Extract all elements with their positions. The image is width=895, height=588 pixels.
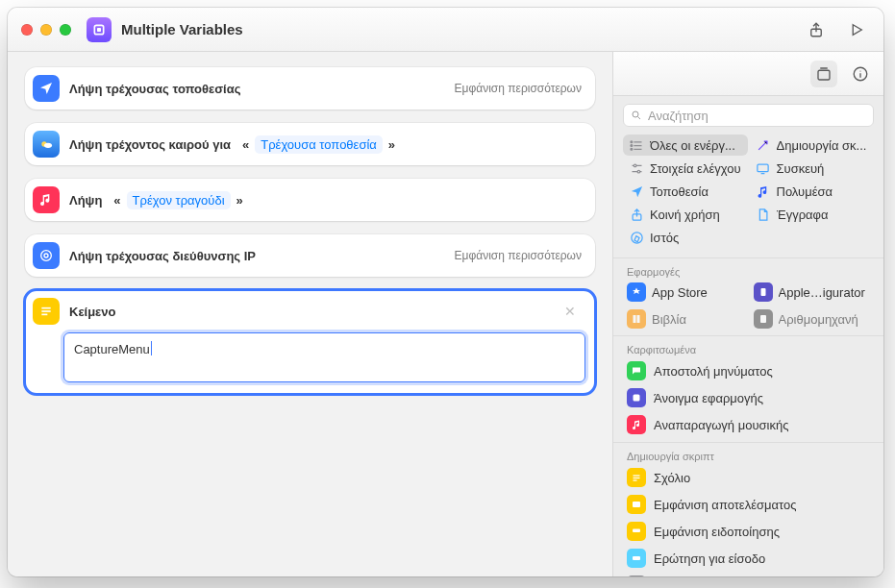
category-sharing[interactable]: Κοινή χρήση	[623, 204, 748, 225]
category-media[interactable]: Πολυμέσα	[750, 181, 875, 202]
show-notification-icon	[627, 522, 646, 541]
action-get-current-song[interactable]: Λήψη « Τρέχον τραγούδι »	[25, 179, 595, 221]
list-item[interactable]: Αναπαραγωγή μουσικής	[613, 411, 883, 438]
list-item[interactable]: Αποστολή μηνύματος	[613, 357, 883, 384]
app-item[interactable]: Βιβλία	[623, 306, 748, 331]
show-more-button[interactable]: Εμφάνιση περισσότερων	[455, 249, 582, 262]
minimize-window-button[interactable]	[40, 24, 52, 36]
app-item[interactable]: App Store	[623, 280, 748, 305]
svg-line-16	[638, 117, 641, 120]
svg-rect-33	[634, 395, 640, 402]
category-controls[interactable]: Στοιχεία ελέγχου	[623, 158, 748, 179]
comment-icon	[627, 468, 646, 487]
configurator-icon	[754, 282, 773, 302]
svg-point-22	[630, 148, 632, 150]
info-button[interactable]	[847, 61, 874, 87]
category-grid: Όλες οι ενέργ... Δημιουργία σκ... Στοιχε…	[613, 135, 883, 254]
action-title: Λήψη τρέχουσας τοποθεσίας	[69, 82, 240, 96]
ask-for-input-icon	[627, 549, 646, 568]
category-documents[interactable]: Έγγραφα	[750, 204, 875, 225]
svg-point-15	[633, 111, 638, 117]
weather-icon	[33, 131, 60, 158]
search-placeholder: Αναζήτηση	[648, 109, 709, 123]
show-more-button[interactable]: Εμφάνιση περισσότερων	[455, 82, 582, 95]
action-title: Λήψη	[69, 193, 102, 208]
display-icon	[756, 160, 771, 176]
category-device[interactable]: Συσκευή	[750, 158, 875, 179]
titlebar: Multiple Variables	[8, 8, 883, 52]
variable-token-song[interactable]: Τρέχον τραγούδι	[127, 191, 231, 209]
action-list[interactable]: Εφαρμογές App Store Apple…igurator	[613, 254, 883, 576]
svg-point-25	[634, 164, 636, 167]
music-note-icon	[756, 184, 771, 199]
category-all-actions[interactable]: Όλες οι ενέργ...	[623, 135, 748, 156]
workflow-area[interactable]: Λήψη τρέχουσας τοποθεσίας Εμφάνιση περισ…	[8, 52, 612, 576]
svg-point-6	[44, 254, 48, 257]
list-item[interactable]: Εμφάνιση ειδοποίησης	[613, 518, 883, 545]
svg-rect-37	[633, 502, 640, 507]
network-icon	[33, 242, 60, 269]
app-item[interactable]: Αριθμομηχανή	[750, 306, 875, 331]
caret-icon	[151, 341, 152, 355]
category-scripting[interactable]: Δημιουργία σκ...	[750, 135, 875, 156]
location-arrow-icon	[33, 75, 60, 102]
show-result-icon	[627, 495, 646, 514]
run-button[interactable]	[843, 16, 870, 43]
remove-action-button[interactable]: ✕	[560, 301, 580, 322]
share-button[interactable]	[803, 16, 830, 43]
list-icon	[629, 137, 644, 153]
svg-marker-3	[853, 24, 861, 35]
window-controls	[21, 24, 71, 36]
app-item[interactable]: Apple…igurator	[750, 280, 875, 305]
list-item[interactable]: Άνοιγμα εφαρμογής	[613, 384, 883, 411]
svg-point-26	[637, 170, 640, 173]
list-item[interactable]: Σχόλιο	[613, 464, 883, 491]
safari-icon	[629, 230, 644, 245]
svg-rect-38	[633, 529, 640, 533]
zoom-window-button[interactable]	[60, 24, 71, 36]
calculator-icon	[754, 309, 773, 329]
action-title: Λήψη τρέχοντος καιρού για	[69, 137, 231, 152]
window-title: Multiple Variables	[121, 21, 803, 37]
close-window-button[interactable]	[21, 24, 33, 36]
category-location[interactable]: Τοποθεσία	[623, 181, 748, 202]
svg-rect-31	[760, 288, 765, 296]
svg-rect-27	[758, 164, 768, 172]
variable-token-location[interactable]: Τρέχουσα τοποθεσία	[255, 135, 383, 154]
action-get-current-ip[interactable]: Λήψη τρέχουσας διεύθυνσης IP Εμφάνιση πε…	[25, 234, 595, 277]
svg-point-14	[859, 70, 860, 71]
action-get-current-weather[interactable]: Λήψη τρέχοντος καιρού για « Τρέχουσα τοπ…	[25, 123, 595, 165]
messages-icon	[627, 361, 646, 380]
svg-point-20	[630, 140, 632, 142]
music-note-icon	[33, 186, 60, 213]
text-input-value: CaptureMenu	[74, 342, 150, 356]
app-window: Multiple Variables Λήψη τρέχουσας τοποθε…	[8, 8, 883, 576]
books-icon	[627, 309, 646, 329]
text-input[interactable]: CaptureMenu	[63, 332, 585, 382]
action-get-current-location[interactable]: Λήψη τρέχουσας τοποθεσίας Εμφάνιση περισ…	[25, 67, 595, 110]
list-item[interactable]: # Πλήθος	[613, 572, 883, 576]
action-text[interactable]: Κείμενο ✕ CaptureMenu	[25, 290, 595, 394]
library-toggle-button[interactable]	[810, 61, 837, 87]
wand-icon	[756, 137, 771, 153]
svg-rect-1	[97, 28, 101, 32]
section-script-title: Δημιουργία σκριπτ	[613, 442, 883, 464]
list-item[interactable]: Εμφάνιση αποτελέσματος	[613, 491, 883, 518]
share-icon	[629, 207, 644, 222]
svg-point-21	[630, 144, 632, 146]
svg-rect-39	[633, 556, 640, 560]
nav-icon	[629, 184, 644, 199]
library-sidebar: Αναζήτηση Όλες οι ενέργ... Δημιουργία σκ…	[612, 52, 883, 576]
text-lines-icon	[33, 298, 60, 325]
shortcut-app-icon	[87, 17, 112, 42]
search-input[interactable]: Αναζήτηση	[623, 104, 874, 127]
svg-point-7	[41, 251, 52, 261]
open-app-icon	[627, 388, 646, 407]
play-music-icon	[627, 415, 646, 434]
list-item[interactable]: Ερώτηση για είσοδο	[613, 545, 883, 572]
sliders-icon	[629, 160, 644, 176]
category-web[interactable]: Ιστός	[623, 227, 748, 248]
document-icon	[756, 207, 771, 222]
count-icon: #	[627, 576, 646, 576]
action-title: Κείμενο	[69, 305, 115, 319]
